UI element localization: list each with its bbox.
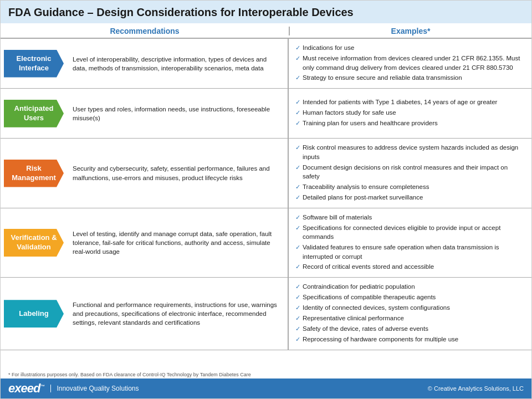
checkmark-icon: ✓ <box>295 119 300 128</box>
check-item: ✓ Reprocessing of hardware components fo… <box>295 335 525 344</box>
brand-name: exeed <box>8 381 40 395</box>
example-text: Traceability analysis to ensure complete… <box>303 182 429 192</box>
check-item: ✓ Record of critical events stored and a… <box>295 262 525 272</box>
example-text: Software bill of materials <box>303 213 372 222</box>
check-item: ✓ Strategy to ensure secure and reliable… <box>295 73 525 83</box>
page-header: FDA Guidance – Design Considerations for… <box>1 1 531 23</box>
row-risk-management: Risk Management Security and cybersecuri… <box>1 139 531 208</box>
checkmark-icon: ✓ <box>295 54 300 63</box>
check-item: ✓ Specifications of compatible therapeut… <box>295 293 525 302</box>
example-text: Strategy to ensure secure and reliable d… <box>303 73 462 83</box>
row-left-verification-validation: Verification & Validation Level of testi… <box>1 208 289 278</box>
check-item: ✓ Document design decisions on risk cont… <box>295 163 525 181</box>
example-text: Identity of connected devices, system co… <box>303 303 450 313</box>
page-wrapper: FDA Guidance – Design Considerations for… <box>0 0 532 399</box>
checkmark-icon: ✓ <box>295 98 300 107</box>
example-text: Validated features to ensure safe operat… <box>303 243 525 261</box>
check-item: ✓ Intended for patients with Type 1 diab… <box>295 98 525 107</box>
check-item: ✓ Indications for use <box>295 43 525 53</box>
checkmark-icon: ✓ <box>295 144 300 152</box>
check-item: ✓ Specifications for connected devices e… <box>295 223 525 242</box>
footer-left: exeed™ Innovative Quality Solutions <box>8 381 139 396</box>
recommendations-text-verification-validation: Level of testing, identify and manage co… <box>67 208 288 278</box>
table-rows: Electronic Interface Level of interopera… <box>1 39 531 350</box>
checkmark-icon: ✓ <box>295 314 300 323</box>
recommendations-text-electronic-interface: Level of interoperability, descriptive i… <box>67 39 288 88</box>
check-item: ✓ Risk control measures to address devic… <box>295 143 525 161</box>
checkmark-icon: ✓ <box>295 109 300 117</box>
checkmark-icon: ✓ <box>295 213 300 222</box>
label-text-electronic-interface: Electronic Interface <box>4 50 64 78</box>
example-text: Safety of the device, rates of adverse e… <box>303 324 428 334</box>
label-arrow-anticipated-users: Anticipated Users <box>1 89 67 138</box>
column-headers: Recommendations Examples* <box>1 23 531 39</box>
checkmark-icon: ✓ <box>295 335 300 344</box>
checkmark-icon: ✓ <box>295 74 300 83</box>
check-item: ✓ Representative clinical performance <box>295 314 525 323</box>
row-right-electronic-interface: ✓ Indications for use ✓ Must receive inf… <box>289 39 531 88</box>
page-title: FDA Guidance – Design Considerations for… <box>8 6 524 19</box>
checkmark-icon: ✓ <box>295 163 300 172</box>
check-item: ✓ Identity of connected devices, system … <box>295 303 525 313</box>
check-item: ✓ Detailed plans for post-market surveil… <box>295 193 525 202</box>
row-right-risk-management: ✓ Risk control measures to address devic… <box>289 139 531 208</box>
label-text-risk-management: Risk Management <box>4 160 64 187</box>
checkmark-icon: ✓ <box>295 193 300 202</box>
label-arrow-electronic-interface: Electronic Interface <box>1 39 67 88</box>
example-text: Training plan for users and healthcare p… <box>303 119 438 128</box>
row-labeling: Labeling Functional and performance requ… <box>1 278 531 350</box>
check-item: ✓ Human factors study for safe use <box>295 108 525 117</box>
label-arrow-risk-management: Risk Management <box>1 139 67 208</box>
row-verification-validation: Verification & Validation Level of testi… <box>1 208 531 278</box>
row-left-labeling: Labeling Functional and performance requ… <box>1 278 289 350</box>
checkmark-icon: ✓ <box>295 243 300 252</box>
example-text: Detailed plans for post-market surveilla… <box>303 193 423 202</box>
checkmark-icon: ✓ <box>295 263 300 272</box>
check-item: ✓ Safety of the device, rates of adverse… <box>295 324 525 334</box>
example-text: Intended for patients with Type 1 diabet… <box>303 98 497 107</box>
checkmark-icon: ✓ <box>295 224 300 233</box>
checkmark-icon: ✓ <box>295 44 300 53</box>
example-text: Specifications for connected devices eli… <box>303 223 525 242</box>
check-item: ✓ Contraindication for pediatric populat… <box>295 282 525 291</box>
example-text: Reprocessing of hardware components for … <box>303 335 458 344</box>
brand-tm: ™ <box>40 384 44 389</box>
label-arrow-verification-validation: Verification & Validation <box>1 208 67 278</box>
label-text-anticipated-users: Anticipated Users <box>4 100 64 127</box>
check-item: ✓ Training plan for users and healthcare… <box>295 119 525 128</box>
example-text: Record of critical events stored and acc… <box>303 262 434 272</box>
checkmark-icon: ✓ <box>295 283 300 291</box>
footer: exeed™ Innovative Quality Solutions © Cr… <box>1 378 531 398</box>
recommendations-text-labeling: Functional and performance requirements,… <box>67 278 288 350</box>
footer-copyright: © Creative Analytics Solutions, LLC <box>428 385 524 392</box>
recommendations-text-risk-management: Security and cybersecurity, safety, esse… <box>67 139 288 208</box>
example-text: Must receive information from devices cl… <box>303 54 525 72</box>
check-item: ✓ Traceability analysis to ensure comple… <box>295 182 525 192</box>
label-text-verification-validation: Verification & Validation <box>4 229 64 257</box>
example-text: Document design decisions on risk contro… <box>303 163 525 181</box>
col-examples-label: Examples* <box>290 27 531 35</box>
footer-tagline: Innovative Quality Solutions <box>50 385 139 392</box>
col-recommendations-label: Recommendations <box>1 27 289 35</box>
brand-logo: exeed™ <box>8 381 44 396</box>
example-text: Contraindication for pediatric populatio… <box>303 282 415 291</box>
recommendations-text-anticipated-users: User types and roles, information needs,… <box>67 89 288 138</box>
row-electronic-interface: Electronic Interface Level of interopera… <box>1 39 531 89</box>
checkmark-icon: ✓ <box>295 325 300 334</box>
label-arrow-labeling: Labeling <box>1 278 67 350</box>
checkmark-icon: ✓ <box>295 183 300 192</box>
check-item: ✓ Validated features to ensure safe oper… <box>295 243 525 261</box>
row-left-electronic-interface: Electronic Interface Level of interopera… <box>1 39 289 88</box>
example-text: Indications for use <box>303 43 354 53</box>
example-text: Specifications of compatible therapeutic… <box>303 293 436 302</box>
check-item: ✓ Must receive information from devices … <box>295 54 525 72</box>
checkmark-icon: ✓ <box>295 293 300 302</box>
main-content: Electronic Interface Level of interopera… <box>1 39 531 371</box>
row-left-anticipated-users: Anticipated Users User types and roles, … <box>1 89 289 138</box>
label-text-labeling: Labeling <box>4 300 64 328</box>
example-text: Risk control measures to address device … <box>303 143 525 161</box>
row-right-verification-validation: ✓ Software bill of materials ✓ Specifica… <box>289 208 531 278</box>
row-anticipated-users: Anticipated Users User types and roles, … <box>1 89 531 139</box>
checkmark-icon: ✓ <box>295 304 300 313</box>
row-right-labeling: ✓ Contraindication for pediatric populat… <box>289 278 531 350</box>
